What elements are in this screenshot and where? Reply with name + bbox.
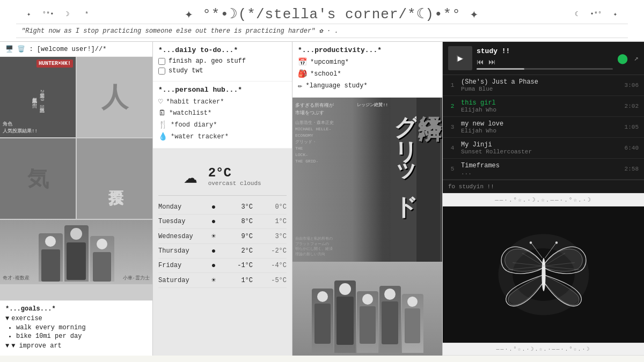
fork-icon: 🍴 [158,120,167,129]
track-artist-4: Sunset Rollercoaster [461,149,620,155]
hub-item-food[interactable]: 🍴 *food diary* [158,120,287,129]
spotify-icon[interactable]: ⬤ [617,53,628,64]
weather-desc: overcast clouds [208,180,261,187]
weather-icon-wed: ☀ [208,232,219,241]
player-controls: ⏮ ⏭ [477,57,613,66]
col4-music: ▶ ▶ study !! ⏮ ⏭ ⬤ ↗ [443,42,644,356]
hub-item-habit[interactable]: ♡ *habit tracker* [158,97,287,106]
prev-button[interactable]: ⏮ [477,57,484,66]
studyin-text: fo studyin !! [448,183,494,190]
track-name-1: (She's) Just a Phase [461,78,620,86]
weather-friday: Friday ● -1°C -4°C [158,258,287,273]
track-row-4[interactable]: 4 My Jinji Sunset Rollercoaster 6:40 [443,138,644,159]
weather-icon-thu: ● [208,247,219,255]
weather-hi-wed: 9°C [234,233,253,240]
weather-tuesday: Tuesday ● 8°C 1°C [158,215,287,229]
track-num-4: 4 [448,145,457,151]
hub-item-watchlist[interactable]: 🗓 *watchlist* [158,109,287,117]
deco-text: ——·.°☆.·☽.☆.——·.°☆.·☽ [495,197,592,203]
weather-icon-fri: ● [208,261,219,270]
anime-image: HUNTER×HK! 期第2049回 話角色人気投票結果 第3回 角色人気投票結… [0,57,152,300]
track-row-1[interactable]: 1 (She's) Just a Phase Puma Blue 3:06 [443,75,644,96]
weather-icon-sat: ☀ [208,276,219,285]
track-row-3[interactable]: 3 my new love Elijah Who 1:05 [443,117,644,138]
prod-item-language[interactable]: ✏️ *language study* [298,81,437,90]
school-icon: 🎒 [298,69,307,78]
studyin-label: fo studyin !! [443,180,644,193]
player-title-area: study !! ⏮ ⏭ [477,47,613,70]
prod-item-school[interactable]: 🎒 *school* [298,69,437,78]
track-info-5: Timeframes ... [461,162,620,176]
main-layout: 🖥️ 🗑️ : [welcome user!]//* HUNTER×HK! 期第… [0,42,644,356]
track-num-1: 1 [448,82,457,88]
calendar2-icon: 📅 [298,57,307,67]
art-label: ▼ improve art [11,342,62,350]
track-duration-3: 1:05 [625,124,639,130]
deco-text-2: ——·.°☆.·☽.☆.·——·.°☆.·☽ [496,346,590,352]
manga-cell-2: 人 [77,57,152,137]
day-friday: Friday [158,262,193,269]
quote-text: "Right now as I stop practicing someone … [21,27,339,35]
col3-productivity: *...productivity...* 📅 *upcoming* 🎒 *sch… [292,42,443,356]
welcome-bar: 🖥️ 🗑️ : [welcome user!]//* [0,42,152,57]
char-4 [379,286,401,353]
welcome-label: 🖥️ 🗑️ : [welcome user!]//* [5,45,106,53]
weather-hi-tue: 8°C [234,218,253,225]
weather-saturday: Saturday ☀ 1°C -5°C [158,273,287,288]
weather-hi-fri: -1°C [234,262,253,269]
stars-right: ☾ •*° ✦ [575,10,617,18]
personal-hub: *...personal hub...* ♡ *habit tracker* 🗓… [153,82,292,149]
track-duration-2: 2:02 [625,103,639,109]
page-title: ✦ °*•☽(*/stella's corner/*☾)•*° ✦ [185,5,479,23]
art-arrow: ▼ [5,342,9,350]
weather-icon-tue: ● [208,217,219,226]
track-info-4: My Jinji Sunset Rollercoaster [461,141,620,155]
manga-text-layer: 多すぎる所有権が市場をつぶす 山形浩生・森本正史MICHAEL HELLE-EC… [292,98,442,262]
prod-title: *...productivity...* [298,46,437,54]
weather-hi-sat: 1°C [234,277,253,284]
player-title: study !! [477,47,613,55]
todo-checkbox-2[interactable] [158,68,165,75]
todo-checkbox-1[interactable] [158,58,165,65]
player-top: ▶ ▶ study !! ⏮ ⏭ ⬤ ↗ [443,42,644,75]
weather-hi-thu: 2°C [234,247,253,255]
track-artist-2: Elijah Who [461,107,620,113]
track-name-4: My Jinji [461,141,620,149]
prod-item-upcoming[interactable]: 📅 *upcoming* [298,57,437,67]
track-row-5[interactable]: 5 Timeframes ... 2:58 [443,159,644,180]
manga-cell-1: HUNTER×HK! 期第2049回 話角色人気投票結果 第3回 角色人気投票結… [0,57,76,137]
exercise-goal-list: walk every morning bike 10mi per day [5,324,147,340]
next-button[interactable]: ⏭ [488,57,496,66]
todo-section: *...daily to-do...* finish ap. geo stuff… [153,42,292,82]
track-duration-5: 2:58 [625,166,639,172]
char-2 [334,280,356,353]
todo-label-1: finish ap. geo stuff [169,57,246,65]
butterfly-image [495,232,592,317]
hub-item-water[interactable]: 💧 *water tracker* [158,132,287,141]
todo-item-1: finish ap. geo stuff [158,57,287,65]
weather-section: ☁ 2°C overcast clouds Monday ● 3°C 0°C T… [153,149,292,356]
track-name-5: Timeframes [461,162,620,169]
day-tuesday: Tuesday [158,218,193,225]
char-5 [402,294,423,353]
header: ✦ °*• ☽ * ✦ °*•☽(*/stella's corner/*☾)•*… [0,0,644,42]
track-num-5: 5 [448,166,457,172]
progress-bar[interactable] [477,68,613,70]
goals-title: *...goals...* [5,305,147,313]
weather-lo-sat: -5°C [268,277,287,284]
track-info-1: (She's) Just a Phase Puma Blue [461,78,620,92]
weather-temp: 2°C [208,166,261,180]
weather-current: ☁ 2°C overcast clouds [158,154,287,196]
weather-monday: Monday ● 3°C 0°C [158,200,287,215]
day-monday: Monday [158,203,193,211]
water-icon: 💧 [158,132,167,141]
track-duration-1: 3:06 [625,82,639,88]
track-name-2: this girl [461,99,620,107]
art-goal-toggle[interactable]: ▼ ▼ improve art [5,342,147,350]
weather-wednesday: Wednesday ☀ 9°C 3°C [158,229,287,244]
manga-cell-3: 気 [0,138,76,219]
share-icon[interactable]: ↗ [634,54,639,63]
exercise-goal-toggle[interactable]: ▼ exercise [5,315,147,322]
progress-fill [477,68,524,70]
track-row-2[interactable]: 2 this girl Elijah Who 2:02 [443,96,644,117]
